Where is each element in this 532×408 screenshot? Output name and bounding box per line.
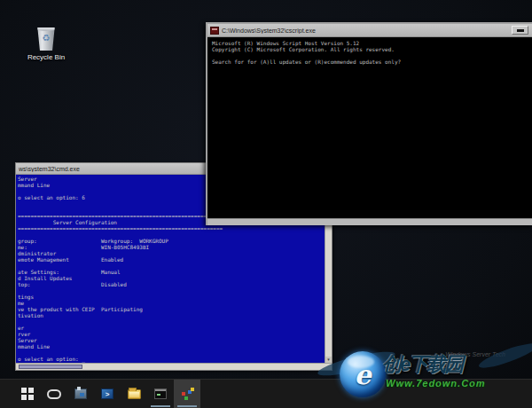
server-manager-button[interactable] [67,380,94,408]
minimize-button[interactable] [512,26,528,35]
recycle-bin-icon[interactable]: ♻ Recycle Bin [23,27,69,61]
script-host-button[interactable] [174,380,200,408]
open-window-indicator [151,405,170,407]
taskbar: > [0,379,532,408]
script-host-icon [180,388,194,400]
scroll-down-arrow-icon[interactable]: ▾ [325,357,332,363]
active-window-indicator [177,405,197,407]
watermark-swoosh-decoration [477,339,532,372]
cmd-window-title: ws\system32\cmd.exe [19,166,80,172]
cscript-horizontal-scrollbar[interactable] [207,218,532,225]
command-prompt-button[interactable] [147,380,174,408]
cscript-window[interactable]: C:\Windows\System32\cscript.exe Microsof… [206,22,532,225]
cscript-window-title: C:\Windows\System32\cscript.exe [222,27,316,34]
cmd-horizontal-scrollbar[interactable] [16,363,332,370]
desktop: ♻ Recycle Bin ws\system32\cmd.exe Server… [0,0,532,408]
file-explorer-button[interactable] [121,380,147,408]
start-button[interactable] [14,380,41,408]
cscript-titlebar[interactable]: C:\Windows\System32\cscript.exe [207,24,532,37]
task-view-icon [47,389,61,399]
folder-icon [128,389,141,399]
command-prompt-icon [154,388,167,399]
cmd-hscroll-thumb[interactable] [19,365,82,369]
task-view-button[interactable] [41,380,67,408]
recycle-symbol-icon: ♻ [36,34,56,43]
powershell-button[interactable]: > [94,380,121,408]
recycle-bin-label: Recycle Bin [23,53,69,61]
watermark-site-name: 创e下载园 [382,353,528,376]
trash-can-icon: ♻ [36,27,56,51]
cscript-console-output: Microsoft (R) Windows Script Host Versio… [207,37,532,214]
os-edition-watermark-text: Windows Server Tech [445,351,505,357]
windows-logo-icon [21,388,34,400]
server-manager-icon [74,388,87,399]
console-window-icon [210,27,219,35]
powershell-icon: > [101,388,113,399]
